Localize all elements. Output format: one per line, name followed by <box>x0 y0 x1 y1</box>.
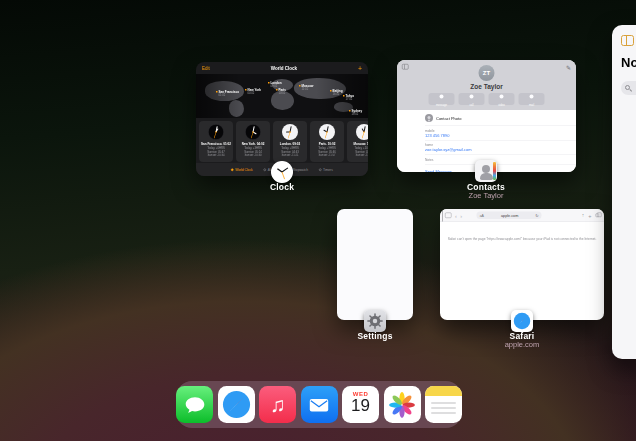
mail-button: mail <box>519 93 545 105</box>
person-icon <box>482 165 490 173</box>
contact-header: ✎ ZT Zoe Taylor message call video mail <box>397 60 576 110</box>
envelope-icon <box>306 392 332 418</box>
analog-clock-face <box>208 124 224 140</box>
reload-icon: ↻ <box>535 213 538 218</box>
sidebar-toggle-icon <box>621 35 634 46</box>
map-city-label: New York04:02 <box>245 88 261 94</box>
contact-action-row: message call video mail <box>397 93 576 105</box>
app-window-contacts[interactable]: ✎ ZT Zoe Taylor message call video mail … <box>397 60 576 172</box>
gear-icon <box>366 312 384 330</box>
settings-app-icon[interactable] <box>364 310 386 332</box>
video-icon <box>500 95 504 99</box>
clock-nav-bar: Edit World Clock + <box>196 62 368 74</box>
contacts-app-icon[interactable] <box>475 160 497 182</box>
mail-icon <box>530 95 534 99</box>
flower-icon <box>387 390 417 420</box>
notes-yellow-band <box>425 386 462 396</box>
call-button: call <box>459 93 485 105</box>
back-icon: ‹ <box>455 213 457 218</box>
address-bar: aA apple.com ↻ <box>477 212 542 220</box>
app-switcher-screen: Edit World Clock + San Francisco01:02 Ne… <box>0 0 636 441</box>
notes-title: Notes <box>621 55 636 70</box>
share-icon: ↑ <box>582 213 585 219</box>
app-window-notes-peek[interactable]: Notes <box>612 25 636 359</box>
search-icon <box>625 85 630 90</box>
world-clock-card-san-francisco: San Francisco, 01:02 Today, +0HRS Sunris… <box>199 121 233 162</box>
clock-app-icon[interactable] <box>271 161 293 183</box>
app-window-settings[interactable] <box>337 209 413 320</box>
notes-row: Notes <box>425 155 576 165</box>
contacts-window-content: ✎ ZT Zoe Taylor message call video mail … <box>397 60 576 172</box>
reader-button: aA <box>480 214 484 218</box>
map-city-label: Tokyo17:02 <box>343 94 354 100</box>
search-field <box>621 81 636 95</box>
app-window-safari[interactable]: ‹ › aA apple.com ↻ ↑ + Safari can't open… <box>440 209 604 320</box>
map-city-label: Moscow11:02 <box>299 84 313 90</box>
safari-toolbar-right: ↑ + <box>582 212 599 218</box>
music-dock-icon[interactable]: ♫ <box>259 386 296 423</box>
clock-nav-title: World Clock <box>271 66 297 71</box>
map-city-label: San Francisco01:02 <box>216 90 239 96</box>
timer-icon <box>319 168 322 171</box>
offline-error-text: Safari can't open the page "https://www.… <box>447 237 597 241</box>
video-button: video <box>489 93 515 105</box>
calendar-dock-icon[interactable]: WED 19 <box>342 386 379 423</box>
forward-icon: › <box>460 213 462 218</box>
analog-clock-face <box>319 124 335 140</box>
dock: ♫ WED 19 <box>176 381 462 428</box>
tabs-icon <box>596 214 600 218</box>
world-map: San Francisco01:02 New York04:02 London0… <box>196 74 368 118</box>
notes-dock-icon[interactable] <box>425 386 462 423</box>
world-clock-card-paris: Paris, 10:02 Today, +9HRS Sunrise: 05:46… <box>310 121 344 162</box>
world-clock-card-row: San Francisco, 01:02 Today, +0HRS Sunris… <box>199 121 368 162</box>
message-icon <box>440 95 444 99</box>
safari-app-icon[interactable] <box>511 310 533 332</box>
sidebar-toggle-icon <box>445 213 452 219</box>
app-label-settings: Settings <box>330 331 420 341</box>
mail-dock-icon[interactable] <box>301 386 338 423</box>
globe-icon <box>231 168 234 171</box>
app-window-clock[interactable]: Edit World Clock + San Francisco01:02 Ne… <box>196 62 368 176</box>
alarm-icon <box>264 168 267 171</box>
person-icon <box>425 114 433 122</box>
tab-world-clock: World Clock <box>231 168 252 172</box>
contact-name: Zoe Taylor <box>397 83 576 91</box>
safari-toolbar: ‹ › aA apple.com ↻ ↑ + <box>440 209 604 222</box>
map-city-label: Paris10:02 <box>276 88 286 94</box>
map-city-label: Sydney18:02 <box>349 109 362 115</box>
world-clock-card-new-york: New York, 04:02 Today, +3HRS Sunrise: 05… <box>236 121 270 162</box>
messages-dock-icon[interactable] <box>176 386 213 423</box>
email-row: home zoe.taylor.xyz@gmail.com <box>425 141 576 156</box>
photos-dock-icon[interactable] <box>384 386 421 423</box>
phone-icon <box>470 95 474 99</box>
music-note-icon: ♫ <box>270 394 286 415</box>
clock-face-icon <box>271 161 293 183</box>
app-label-clock: Clock <box>237 182 327 192</box>
speech-bubble-icon <box>183 393 207 417</box>
phone-number-link: 123 456 7890 <box>425 133 576 138</box>
analog-clock-face <box>282 124 298 140</box>
address-text: apple.com <box>501 213 518 218</box>
map-city-label: London09:02 <box>268 81 282 87</box>
rainbow-tabs <box>493 162 496 180</box>
analog-clock-face <box>356 124 368 140</box>
contact-avatar: ZT <box>479 65 495 81</box>
contact-photo-row: Contact Photo <box>425 110 576 126</box>
message-button: message <box>429 93 455 105</box>
app-sublabel-safari: apple.com <box>477 340 567 349</box>
clock-window-content: Edit World Clock + San Francisco01:02 Ne… <box>196 62 368 176</box>
world-clock-card-london: London, 09:02 Today, +8HRS Sunrise: 04:4… <box>273 121 307 162</box>
safari-window-content: ‹ › aA apple.com ↻ ↑ + Safari can't open… <box>440 209 604 320</box>
email-link: zoe.taylor.xyz@gmail.com <box>425 148 576 153</box>
world-clock-card-moscow: Moscow, 11:02 Today, +10HRS Sunrise: 03:… <box>347 121 368 162</box>
compass-icon <box>221 389 252 420</box>
phone-row: mobile 123 456 7890 <box>425 126 576 141</box>
new-tab-icon: + <box>588 212 591 218</box>
map-city-label: Beijing16:02 <box>330 89 343 95</box>
compass-icon <box>513 312 531 330</box>
sidebar-toggle-icon <box>402 64 409 70</box>
safari-dock-icon[interactable] <box>218 386 255 423</box>
app-sublabel-contacts: Zoe Taylor <box>441 191 531 200</box>
send-message-link: Send Message <box>425 165 576 172</box>
compose-icon: ✎ <box>566 64 571 71</box>
